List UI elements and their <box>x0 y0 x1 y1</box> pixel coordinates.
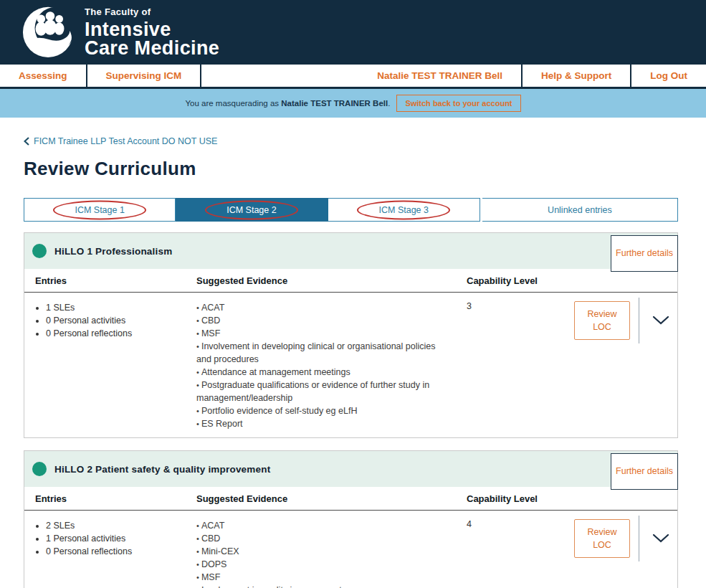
evidence-item: Mini-CEX <box>196 545 444 558</box>
tab-icm-stage-3[interactable]: ICM Stage 3 <box>328 198 480 222</box>
capability-column-header: Capability Level <box>467 269 574 292</box>
tab-unlinked-entries[interactable]: Unlinked entries <box>482 198 678 222</box>
evidence-item: ACAT <box>196 301 444 314</box>
tab-icm-stage-1[interactable]: ICM Stage 1 <box>24 198 176 222</box>
brand-line2: Intensive <box>85 20 219 39</box>
evidence-list: ACATCBDMSFInvolvement in developing clin… <box>196 301 467 430</box>
review-loc-button[interactable]: ReviewLOC <box>574 519 630 558</box>
capability-column-header: Capability Level <box>467 487 574 510</box>
masquerade-text: You are masquerading as Natalie TEST TRA… <box>185 99 390 108</box>
evidence-column-header: Suggested Evidence <box>196 269 467 292</box>
evidence-list: ACATCBDMini-CEXDOPSMSFInvolvement in qua… <box>196 519 467 588</box>
hillo-1-row: 1 SLEs0 Personal activities0 Personal re… <box>24 293 677 437</box>
hillo-2-title: HiLLO 2 Patient safety & quality improve… <box>54 464 270 475</box>
nav-right-group: Natalie TEST TRAINER Bell Help & Support… <box>358 65 706 87</box>
hillo-2-row: 2 SLEs1 Personal activities0 Personal re… <box>24 511 677 588</box>
entries-list: 1 SLEs0 Personal activities0 Personal re… <box>24 301 196 430</box>
page-content: FICM Trainee LLP Test Account DO NOT USE… <box>0 118 706 588</box>
chevron-left-icon <box>24 137 29 146</box>
entry-item: 1 SLEs <box>46 301 196 314</box>
hillo-1-column-headers: Entries Suggested Evidence Capability Le… <box>24 269 677 293</box>
review-loc-button[interactable]: ReviewLOC <box>574 301 630 340</box>
vertical-divider <box>639 298 639 343</box>
further-details-button[interactable]: Further details <box>611 235 678 272</box>
evidence-item: Involvement in quality improvement <box>196 584 444 588</box>
masquerade-banner: You are masquerading as Natalie TEST TRA… <box>0 89 706 118</box>
hillo-2-section: HiLLO 2 Patient safety & quality improve… <box>24 450 678 588</box>
capability-level-value: 3 <box>467 301 574 430</box>
main-nav: Assessing Supervising ICM Natalie TEST T… <box>0 65 706 89</box>
evidence-column-header: Suggested Evidence <box>196 487 467 510</box>
evidence-item: MSF <box>196 571 444 584</box>
further-details-button[interactable]: Further details <box>611 453 678 490</box>
evidence-item: DOPS <box>196 558 444 571</box>
breadcrumb[interactable]: FICM Trainee LLP Test Account DO NOT USE <box>24 136 217 146</box>
masquerade-user: Natalie TEST TRAINER Bell <box>281 99 388 108</box>
ficm-logo[interactable]: The Faculty of Intensive Care Medicine <box>22 1 219 63</box>
entry-item: 1 Personal activities <box>46 532 196 545</box>
ficm-crest-icon <box>22 1 77 63</box>
hillo-1-header: HiLLO 1 Professionalism <box>24 233 677 269</box>
hillo-1-section: HiLLO 1 Professionalism Further details … <box>24 232 678 438</box>
entries-column-header: Entries <box>24 269 196 292</box>
entry-item: 0 Personal reflections <box>46 327 196 340</box>
brand-line1: The Faculty of <box>85 7 219 16</box>
nav-assessing[interactable]: Assessing <box>0 65 87 87</box>
breadcrumb-label: FICM Trainee LLP Test Account DO NOT USE <box>34 136 217 146</box>
site-header: The Faculty of Intensive Care Medicine <box>0 0 706 65</box>
green-status-dot <box>32 462 47 476</box>
entries-column-header: Entries <box>24 487 196 510</box>
vertical-divider <box>639 516 639 561</box>
nav-left-group: Assessing Supervising ICM <box>0 65 201 87</box>
nav-user-name[interactable]: Natalie TEST TRAINER Bell <box>358 65 521 87</box>
evidence-item: Attendance at management meetings <box>196 366 444 379</box>
evidence-item: ACAT <box>196 519 444 532</box>
expand-row-button[interactable] <box>649 531 672 548</box>
brand-wordmark: The Faculty of Intensive Care Medicine <box>85 7 219 57</box>
evidence-item: ES Report <box>196 417 444 430</box>
hillo-1-title: HiLLO 1 Professionalism <box>54 246 172 257</box>
chevron-down-icon <box>652 316 669 325</box>
nav-supervising-icm[interactable]: Supervising ICM <box>87 65 202 87</box>
entry-item: 0 Personal activities <box>46 314 196 327</box>
evidence-item: CBD <box>196 532 444 545</box>
evidence-item: MSF <box>196 327 444 340</box>
hillo-2-header: HiLLO 2 Patient safety & quality improve… <box>24 451 677 487</box>
hillo-2-column-headers: Entries Suggested Evidence Capability Le… <box>24 487 677 511</box>
capability-level-value: 4 <box>467 519 574 588</box>
nav-help-support[interactable]: Help & Support <box>521 65 630 87</box>
entry-item: 0 Personal reflections <box>46 545 196 558</box>
chevron-down-icon <box>652 534 669 543</box>
switch-back-button[interactable]: Switch back to your account <box>396 95 520 112</box>
row-actions: ReviewLOC <box>574 301 679 430</box>
brand-line3: Care Medicine <box>85 39 219 57</box>
evidence-item: Postgraduate qualifications or evidence … <box>196 379 444 404</box>
evidence-item: Portfolio evidence of self-study eg eLfH <box>196 404 444 417</box>
row-actions: ReviewLOC <box>574 519 679 588</box>
page-title: Review Curriculum <box>24 158 678 180</box>
tab-icm-stage-2[interactable]: ICM Stage 2 <box>176 198 328 222</box>
nav-log-out[interactable]: Log Out <box>630 65 706 87</box>
evidence-item: Involvement in developing clinical or or… <box>196 340 444 366</box>
green-status-dot <box>32 244 47 258</box>
expand-row-button[interactable] <box>649 313 672 330</box>
evidence-item: CBD <box>196 314 444 327</box>
entry-item: 2 SLEs <box>46 519 196 532</box>
stage-tabs: ICM Stage 1 ICM Stage 2 ICM Stage 3 Unli… <box>24 198 678 222</box>
entries-list: 2 SLEs1 Personal activities0 Personal re… <box>24 519 196 588</box>
